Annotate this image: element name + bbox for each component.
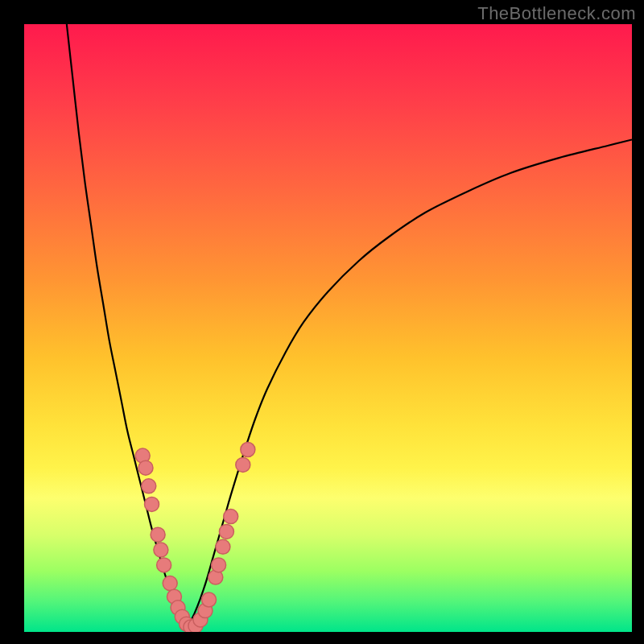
curve-markers-group: [135, 443, 255, 633]
curve-marker: [219, 524, 233, 539]
curve-marker: [157, 558, 171, 572]
curve-marker: [138, 460, 153, 475]
curve-marker: [202, 592, 217, 607]
curve-marker: [151, 527, 165, 542]
curve-marker: [163, 576, 177, 591]
curve-marker: [241, 443, 255, 457]
curve-marker: [224, 510, 238, 524]
curve-marker: [142, 479, 156, 493]
chart-frame: TheBottleneck.com: [0, 0, 644, 644]
curve-marker: [216, 539, 230, 554]
watermark-text: TheBottleneck.com: [477, 3, 636, 24]
curve-left-branch: [67, 24, 188, 625]
plot-svg: [24, 24, 632, 632]
plot-gradient-area: [24, 24, 632, 632]
curve-marker: [154, 543, 168, 557]
curve-right-branch: [188, 139, 632, 625]
curve-marker: [236, 457, 250, 472]
curve-marker: [212, 558, 226, 572]
curve-marker: [145, 497, 159, 511]
